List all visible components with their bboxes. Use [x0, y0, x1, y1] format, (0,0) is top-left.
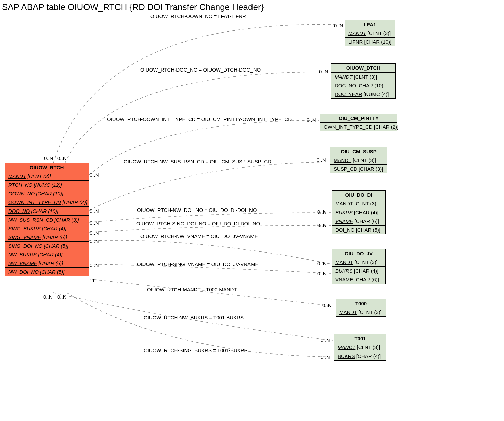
field-name: BUKRS	[335, 268, 353, 274]
field-type: [CLNT (3)]	[26, 173, 51, 179]
field-name: DOC_NO	[335, 83, 356, 88]
entity-field: MANDT [CLNT (3)]	[345, 29, 395, 38]
field-name: BUKRS	[338, 353, 355, 359]
field-type: [CHAR (5)]	[43, 243, 69, 249]
field-type: [CHAR (2)]	[61, 199, 87, 205]
field-name: MANDT	[8, 173, 26, 179]
relationship-label: OIUOW_RTCH-NW_DOI_NO = OIU_DO_DI-DOI_NO	[137, 207, 257, 213]
entity-field: SING_DOI_NO [CHAR (5)]	[5, 242, 89, 250]
cardinality-label: 0..N	[90, 172, 99, 178]
cardinality-label: 0..N	[317, 222, 327, 228]
entity-field: OOWN_NO [CHAR (10)]	[5, 189, 89, 198]
page-title: SAP ABAP table OIUOW_RTCH {RD DOI Transf…	[2, 2, 264, 12]
cardinality-label: 0..N	[317, 157, 326, 163]
entity-field: DOC_NO [CHAR (10)]	[5, 207, 89, 216]
field-name: VNAME	[335, 218, 353, 224]
field-name: MANDT	[339, 309, 357, 315]
entity-field: MANDT [CLNT (3)]	[331, 73, 395, 81]
cardinality-label: 0..N	[90, 262, 99, 268]
entity-pintty: OIU_CM_PINTTYOWN_INT_TYPE_CD [CHAR (2)]	[320, 114, 397, 131]
cardinality-label: 0..N	[322, 302, 332, 308]
field-type: [CLNT (3)]	[357, 309, 382, 315]
field-type: [CLNT (3)]	[355, 344, 380, 350]
field-type: [CHAR (6)]	[37, 260, 63, 266]
entity-field: BUKRS [CHAR (4)]	[332, 208, 385, 217]
field-type: [CHAR (5)]	[355, 227, 381, 233]
field-name: OOWN_INT_TYPE_CD	[8, 199, 61, 205]
entity-t000: T000MANDT [CLNT (3)]	[336, 299, 386, 317]
relationship-label: OIUOW_RTCH-DOC_NO = OIUOW_DTCH-DOC_NO	[140, 67, 261, 73]
field-type: [CHAR (5)]	[39, 269, 65, 275]
field-type: [CHAR (10)]	[35, 191, 63, 196]
entity-field: NW_VNAME [CHAR (6)]	[5, 259, 89, 268]
entity-field: VNAME [CHAR (6)]	[332, 217, 385, 226]
field-name: SING_BUKRS	[8, 226, 41, 231]
entity-field: RTCH_NO [NUMC (12)]	[5, 181, 89, 189]
cardinality-label: 0..N	[317, 271, 327, 276]
cardinality-label: 0..N	[319, 68, 328, 74]
entity-dojv: OIU_DO_JVMANDT [CLNT (3)]BUKRS [CHAR (4)…	[332, 249, 386, 284]
field-name: SUSP_CD	[334, 166, 357, 172]
entity-field: DOC_NO [CHAR (10)]	[331, 81, 395, 90]
cardinality-label: 0..N	[57, 294, 67, 300]
relationship-label: OIUOW_RTCH-MANDT = T000-MANDT	[147, 287, 237, 292]
field-type: [CHAR (4)]	[355, 353, 381, 359]
field-type: [CLNT (3)]	[351, 157, 376, 163]
cardinality-label: 0..N	[321, 337, 330, 343]
field-name: MANDT	[335, 201, 353, 206]
relationship-label: OIUOW_RTCH-NW_VNAME = OIU_DO_JV-VNAME	[140, 233, 258, 239]
entity-field: SING_VNAME [CHAR (6)]	[5, 233, 89, 242]
entity-header: OIU_DO_DI	[332, 191, 385, 199]
entity-header: OIU_CM_PINTTY	[320, 114, 397, 123]
cardinality-label: 0..N	[44, 155, 53, 161]
field-name: NW_DOI_NO	[8, 269, 39, 275]
entity-field: MANDT [CLNT (3)]	[5, 172, 89, 181]
cardinality-label: 0..N	[57, 155, 67, 161]
entity-field: MANDT [CLNT (3)]	[334, 343, 386, 352]
field-name: NW_BUKRS	[8, 252, 37, 257]
field-name: MANDT	[335, 74, 352, 80]
field-type: [CHAR (6)]	[353, 277, 379, 282]
entity-header: OIUOW_RTCH	[5, 163, 89, 172]
entity-field: DOI_NO [CHAR (5)]	[332, 226, 385, 234]
entity-header: T001	[334, 334, 386, 343]
field-name: MANDT	[334, 157, 351, 163]
entity-dtch: OIUOW_DTCHMANDT [CLNT (3)]DOC_NO [CHAR (…	[331, 63, 396, 99]
entity-field: NW_BUKRS [CHAR (4)]	[5, 250, 89, 259]
field-type: [CHAR (4)]	[37, 252, 63, 257]
entity-field: DOC_YEAR [NUMC (4)]	[331, 90, 395, 98]
field-type: [CHAR (10)]	[363, 39, 391, 45]
field-name: OOWN_NO	[8, 191, 35, 196]
entity-lfa1: LFA1MANDT [CLNT (3)]LIFNR [CHAR (10)]	[345, 20, 395, 46]
entity-header: T000	[336, 299, 386, 308]
cardinality-label: 0..N	[43, 294, 53, 300]
field-name: MANDT	[348, 30, 366, 36]
entity-header: OIU_CM_SUSP	[330, 147, 387, 156]
cardinality-label: 0..N	[334, 23, 343, 28]
field-type: [CHAR (10)]	[30, 208, 58, 214]
field-name: BUKRS	[335, 209, 353, 215]
cardinality-label: 0..N	[90, 238, 99, 244]
relationship-label: OIUOW_RTCH-SING_VNAME = OIU_DO_JV-VNAME	[137, 261, 259, 267]
field-name: NW_VNAME	[8, 260, 37, 266]
relationship-label: OIUOW_RTCH-OOWN_NO = LFA1-LIFNR	[150, 13, 246, 19]
field-name: LIFNR	[348, 39, 363, 45]
entity-t001: T001MANDT [CLNT (3)]BUKRS [CHAR (4)]	[334, 334, 386, 361]
entity-susp: OIU_CM_SUSPMANDT [CLNT (3)]SUSP_CD [CHAR…	[330, 147, 387, 173]
field-type: [CHAR (4)]	[353, 209, 379, 215]
field-type: [CLNT (3)]	[352, 74, 377, 80]
entity-field: SING_BUKRS [CHAR (4)]	[5, 224, 89, 233]
entity-field: MANDT [CLNT (3)]	[336, 308, 386, 316]
field-type: [CHAR (10)]	[356, 83, 385, 88]
cardinality-label: 0..N	[321, 354, 330, 360]
field-type: [CLNT (3)]	[353, 201, 378, 206]
entity-header: LFA1	[345, 20, 395, 29]
entity-field: BUKRS [CHAR (4)]	[334, 352, 386, 360]
cardinality-label: 0..N	[317, 261, 327, 266]
relationship-label: OIUOW_RTCH-NW_SUS_RSN_CD = OIU_CM_SUSP-S…	[124, 159, 271, 164]
field-type: [CHAR (3)]	[357, 166, 383, 172]
field-type: [CLNT (3)]	[353, 259, 378, 265]
field-type: [CHAR (6)]	[41, 234, 67, 240]
entity-field: MANDT [CLNT (3)]	[332, 199, 385, 208]
field-name: SING_DOI_NO	[8, 243, 43, 249]
